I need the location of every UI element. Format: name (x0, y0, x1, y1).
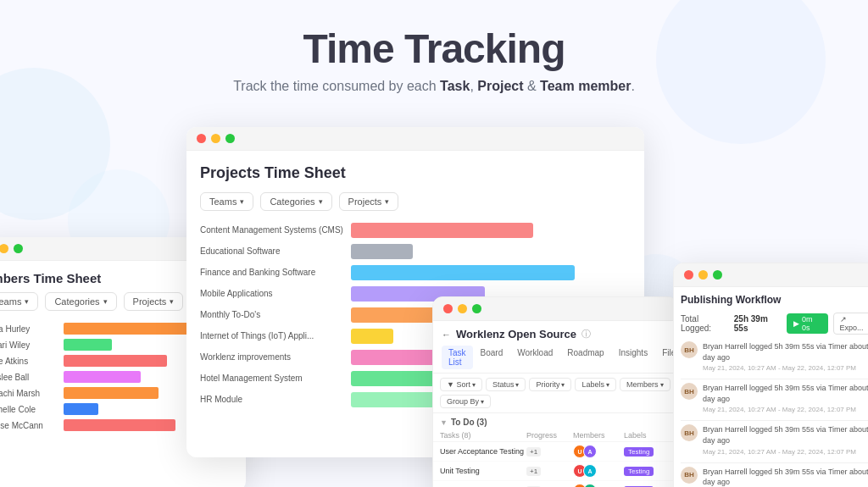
minimize-icon[interactable] (0, 244, 8, 253)
bar-row: Content Management Systems (CMS) (200, 223, 631, 238)
status-btn[interactable]: Status (486, 378, 526, 391)
bar-label: Internet of Things (IoT) Appli... (200, 331, 344, 341)
bar-fill (351, 265, 575, 280)
close-icon[interactable] (197, 134, 206, 143)
maximize-icon[interactable] (472, 304, 481, 313)
task-section-1-header[interactable]: ▼ To Do (3) (433, 413, 677, 429)
bar-label: Hotel Management System (200, 374, 344, 384)
members-projects-filter[interactable]: Projects (124, 292, 184, 311)
activity-titlebar (674, 263, 868, 287)
member-name: Amari Wiley (0, 340, 57, 350)
bar-fill (351, 329, 393, 344)
close-icon[interactable] (684, 270, 693, 279)
member-name: Reese McCann (0, 421, 57, 430)
projects-filter-btn[interactable]: Projects (339, 192, 399, 211)
labels-btn[interactable]: Labels (575, 378, 616, 391)
activity-list: BH Bryan Harrell logged 5h 39m 55s via T… (681, 341, 868, 487)
task-table-header-1: Tasks (8)ProgressMembersLabels (433, 429, 677, 442)
activity-item: BH Bryan Harrell logged 5h 39m 55s via T… (681, 383, 868, 413)
priority-btn[interactable]: Priority (529, 378, 571, 391)
activity-text: Bryan Harrell logged 5h 39m 55s via Time… (703, 383, 868, 404)
minimize-icon[interactable] (211, 134, 220, 143)
minimize-icon[interactable] (698, 270, 708, 279)
bar-label: Educational Software (200, 246, 344, 257)
page-subtitle: Track the time consumed by each Task, Pr… (0, 79, 868, 94)
bar-label: Mobile Applications (200, 289, 344, 299)
bar-label: Finance and Banking Software (200, 268, 344, 278)
task-nav-insights[interactable]: Insights (612, 346, 654, 369)
members-btn[interactable]: Members (620, 378, 670, 391)
page-title: Time Tracking (0, 25, 868, 72)
member-bar-fill (64, 323, 192, 335)
info-icon: ⓘ (581, 328, 591, 340)
back-button[interactable]: ← (442, 329, 451, 340)
activity-content: Bryan Harrell logged 5h 39m 55s via Time… (703, 383, 868, 413)
group-by-btn[interactable]: Group By (440, 395, 491, 408)
member-bar-fill (64, 371, 141, 383)
member-name: Aliza Hurley (0, 324, 57, 334)
maximize-icon[interactable] (14, 244, 23, 253)
page-header: Time Tracking Track the time consumed by… (0, 0, 868, 111)
close-icon[interactable] (443, 304, 453, 313)
time-logged-row: Total Logged: 25h 39m 55s ▶ 0m 0s ↗ Expo… (681, 313, 868, 335)
total-logged-label: Total Logged: (681, 314, 729, 333)
bar-label: Content Management Systems (CMS) (200, 225, 344, 235)
member-name: Malachi Marsh (0, 389, 57, 398)
member-bar-fill (64, 339, 112, 351)
activity-avatar: BH (681, 383, 698, 400)
play-timer-btn[interactable]: ▶ 0m 0s (787, 313, 828, 334)
activity-text: Bryan Harrell logged 5h 39m 55s via Time… (703, 341, 868, 362)
activity-content: Bryan Harrell logged 5h 39m 55s via Time… (703, 424, 868, 455)
bar-fill (351, 223, 533, 238)
member-bar-fill (64, 355, 167, 367)
minimize-icon[interactable] (458, 304, 467, 313)
task-section-1-name: To Do (3) (451, 418, 487, 427)
member-name: Jane Atkins (0, 357, 57, 366)
member-name: Michelle Cole (0, 405, 57, 414)
bar-track (351, 244, 631, 259)
bar-row: Finance and Banking Software (200, 265, 631, 280)
task-nav-board[interactable]: Board (474, 346, 510, 369)
task-nav-tasklist[interactable]: Task List (442, 346, 473, 369)
members-categories-filter[interactable]: Categories (45, 292, 116, 311)
activity-card-title: Publishing Workflow (681, 294, 868, 306)
member-bar-fill (64, 387, 159, 399)
tasks-titlebar (433, 297, 677, 321)
member-bar-fill (64, 403, 98, 415)
table-row: Code Review +1 U A Testing (433, 481, 677, 487)
member-bar-fill (64, 419, 175, 431)
table-row: Unit Testing +1 U A Testing (433, 462, 677, 481)
members-teams-filter[interactable]: Teams (0, 292, 38, 311)
activity-time: May 21, 2024, 10:27 AM - May 22, 2024, 1… (703, 406, 868, 413)
activity-avatar: BH (681, 467, 698, 484)
activity-avatar: BH (681, 424, 698, 441)
total-logged-value: 25h 39m 55s (734, 314, 782, 333)
activity-content: Bryan Harrell logged 5h 39m 55s via Time… (703, 341, 868, 372)
sort-btn[interactable]: ▼ Sort (440, 378, 482, 391)
member-name: Kinslee Ball (0, 373, 57, 382)
task-card-header: ← Worklenz Open Source ⓘ Task List Board… (433, 321, 677, 374)
bar-label: Worklenz improvements (200, 352, 344, 362)
activity-avatar: BH (681, 341, 698, 358)
projects-titlebar (186, 127, 644, 151)
activity-card: Publishing Workflow Total Logged: 25h 39… (673, 263, 868, 487)
table-row: User Acceptance Testing +1 U A Testing (433, 442, 677, 462)
tasks-card: ← Worklenz Open Source ⓘ Task List Board… (432, 296, 678, 487)
bar-row: Educational Software (200, 244, 631, 259)
maximize-icon[interactable] (713, 270, 722, 279)
teams-filter-btn[interactable]: Teams (200, 192, 253, 211)
bar-fill (351, 244, 413, 259)
bar-track (351, 265, 631, 280)
task-nav-roadmap[interactable]: Roadmap (560, 346, 610, 369)
bar-label: HR Module (200, 395, 344, 405)
projects-card-title: Projects Time Sheet (200, 164, 631, 182)
task-nav-workload[interactable]: Workload (510, 346, 559, 369)
task-toolbar: ▼ Sort Status Priority Labels Members Gr… (433, 374, 677, 413)
activity-content: Bryan Harrell logged 5h 39m 55s via Time… (703, 467, 868, 487)
categories-filter-btn[interactable]: Categories (260, 192, 331, 211)
activity-text: Bryan Harrell logged 5h 39m 55s via Time… (703, 424, 868, 445)
export-btn[interactable]: ↗ Expo... (833, 313, 868, 335)
activity-item: BH Bryan Harrell logged 5h 39m 55s via T… (681, 341, 868, 372)
cards-container: Projects Time Sheet Teams Categories Pro… (0, 110, 868, 487)
maximize-icon[interactable] (225, 134, 235, 143)
